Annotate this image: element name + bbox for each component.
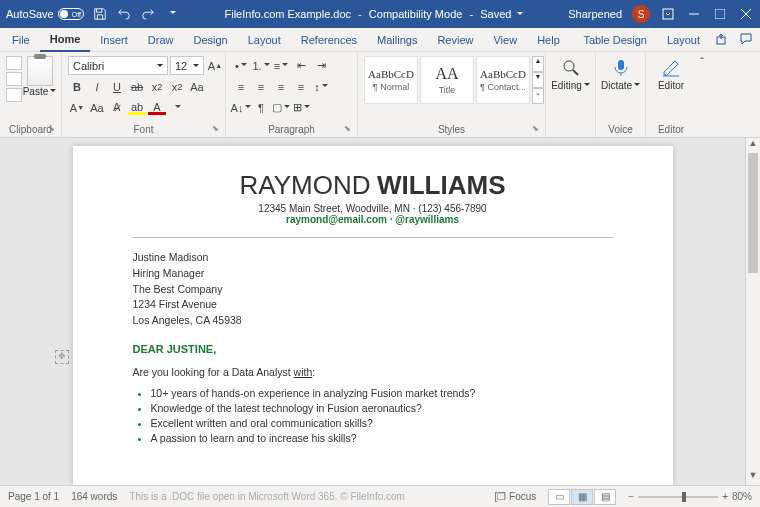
comments-icon[interactable] [734,33,758,47]
document-page[interactable]: ✥ RAYMOND WILLIAMS 12345 Main Street, Wo… [73,146,673,485]
shrink-font-icon[interactable]: A▼ [68,98,86,117]
web-layout-icon[interactable]: ▤ [594,489,616,505]
tab-review[interactable]: Review [427,28,483,52]
print-layout-icon[interactable]: ▦ [571,489,593,505]
numbering-icon[interactable]: 1. [252,56,270,75]
avatar[interactable]: S [632,5,650,23]
grow-font-icon[interactable]: A▲ [206,56,224,75]
doc-filename: FileInfo.com Example.doc [225,8,352,20]
show-marks-icon[interactable]: ¶ [252,98,270,117]
divider [133,237,613,238]
format-painter-icon[interactable] [6,88,22,102]
style-normal[interactable]: AaBbCcD¶ Normal [364,56,418,104]
page-title: RAYMOND WILLIAMS [133,170,613,201]
zoom-in-button[interactable]: + [722,491,728,502]
justify-icon[interactable]: ≡ [292,77,310,96]
align-right-icon[interactable]: ≡ [272,77,290,96]
highlight-color-button[interactable]: ab [128,100,146,115]
tab-references[interactable]: References [291,28,367,52]
scroll-down-icon[interactable]: ▼ [746,470,760,485]
tab-table-layout[interactable]: Layout [657,28,710,52]
paste-button[interactable]: Paste [22,54,57,97]
user-name[interactable]: Sharpened [568,8,622,20]
font-color-more-icon[interactable] [168,98,186,117]
zoom-out-button[interactable]: − [628,491,634,502]
underline-button[interactable]: U [108,77,126,96]
bold-button[interactable]: B [68,77,86,96]
maximize-icon[interactable] [712,6,728,22]
sort-icon[interactable]: A↓ [232,98,250,117]
cut-icon[interactable] [6,56,22,70]
text-effects-icon[interactable]: Aa [188,77,206,96]
style-title[interactable]: AATitle [420,56,474,104]
styles-launcher-icon[interactable]: ⬊ [532,124,539,133]
focus-mode-button[interactable]: [❐ Focus [495,491,537,502]
clear-format-icon[interactable]: A̷ [108,98,126,117]
minimize-icon[interactable] [686,6,702,22]
tab-design[interactable]: Design [183,28,237,52]
styles-down-icon[interactable]: ▼ [532,72,544,88]
footer-note: This is a .DOC file open in Microsoft Wo… [129,491,405,502]
borders-icon[interactable]: ⊞ [292,98,310,117]
autosave-label: AutoSave [6,8,54,20]
qat-more-icon[interactable] [164,6,180,22]
bullets-icon[interactable]: • [232,56,250,75]
font-color-button[interactable]: A [148,100,166,115]
word-count[interactable]: 164 words [71,491,117,502]
copy-icon[interactable] [6,72,22,86]
zoom-level[interactable]: 80% [732,491,752,502]
editing-button[interactable]: Editing [550,54,591,91]
tab-insert[interactable]: Insert [90,28,138,52]
tab-draw[interactable]: Draw [138,28,184,52]
style-contact[interactable]: AaBbCcD¶ Contact... [476,56,530,104]
zoom-slider[interactable] [638,496,718,498]
clipboard-launcher-icon[interactable]: ⬊ [48,124,55,133]
table-anchor-icon[interactable]: ✥ [55,350,69,364]
page-indicator[interactable]: Page 1 of 1 [8,491,59,502]
styles-more-icon[interactable]: ⌄ [532,88,544,104]
chevron-down-icon [155,60,163,72]
font-size-select[interactable]: 12 [170,56,204,75]
font-select[interactable]: Calibri [68,56,168,75]
tab-view[interactable]: View [483,28,527,52]
group-font: Font [133,124,153,135]
inc-indent-icon[interactable]: ⇥ [312,56,330,75]
bullet-list: 10+ years of hands-on experience in anal… [151,387,613,444]
svg-point-4 [564,61,574,71]
scroll-thumb[interactable] [748,153,758,273]
font-launcher-icon[interactable]: ⬊ [212,124,219,133]
scroll-up-icon[interactable]: ▲ [746,138,760,153]
tab-table-design[interactable]: Table Design [573,28,657,52]
share-icon[interactable] [710,33,734,47]
dictate-button[interactable]: Dictate [600,54,641,91]
undo-icon[interactable] [116,6,132,22]
para-launcher-icon[interactable]: ⬊ [344,124,351,133]
title-dropdown-icon[interactable] [515,8,523,20]
save-icon[interactable] [92,6,108,22]
subscript-button[interactable]: x2 [148,77,166,96]
dec-indent-icon[interactable]: ⇤ [292,56,310,75]
shading-icon[interactable]: ▢ [272,98,290,117]
read-mode-icon[interactable]: ▭ [548,489,570,505]
tab-help[interactable]: Help [527,28,570,52]
collapse-ribbon-icon[interactable]: ˆ [696,52,708,137]
align-left-icon[interactable]: ≡ [232,77,250,96]
redo-icon[interactable] [140,6,156,22]
line-spacing-icon[interactable]: ↕ [312,77,330,96]
tab-file[interactable]: File [2,28,40,52]
tab-home[interactable]: Home [40,28,91,52]
autosave-toggle[interactable]: Off [58,8,84,20]
editor-button[interactable]: Editor [650,54,692,91]
vertical-scrollbar[interactable]: ▲ ▼ [745,138,760,485]
superscript-button[interactable]: x2 [168,77,186,96]
tab-mailings[interactable]: Mailings [367,28,427,52]
close-icon[interactable] [738,6,754,22]
align-center-icon[interactable]: ≡ [252,77,270,96]
change-case-icon[interactable]: Aa [88,98,106,117]
italic-button[interactable]: I [88,77,106,96]
tab-layout[interactable]: Layout [238,28,291,52]
ribbon-options-icon[interactable] [660,6,676,22]
styles-up-icon[interactable]: ▲ [532,56,544,72]
strike-button[interactable]: ab [128,77,146,96]
multilevel-icon[interactable]: ≡ [272,56,290,75]
